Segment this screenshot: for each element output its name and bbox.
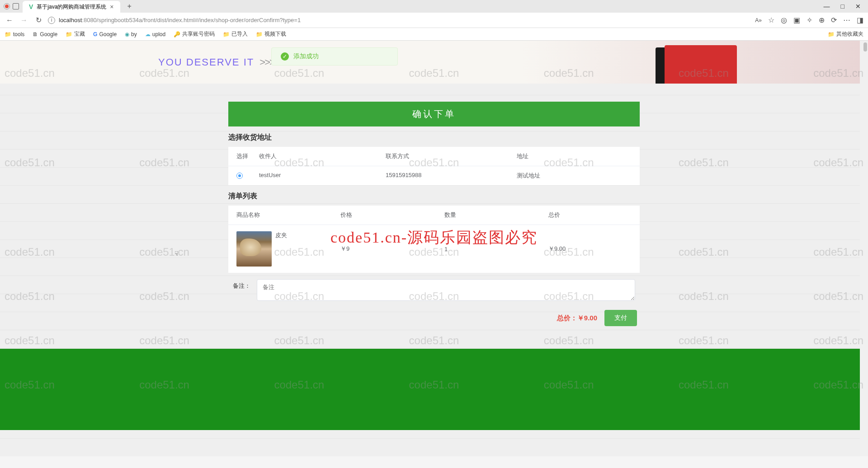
address-table-header: 选择 收件人 联系方式 地址: [228, 147, 640, 166]
remark-row: 备注：: [228, 273, 640, 301]
bookmark-imported[interactable]: 📁已导入: [223, 30, 248, 38]
sidebar-toggle-icon[interactable]: ◨: [857, 16, 863, 24]
total-label: 总价：: [557, 314, 577, 322]
toolbar-right: A» ☆ ◎ ▣ ✧ ⊕ ⟳ ⋯ ◨: [755, 16, 863, 24]
window-minimize-button[interactable]: —: [824, 3, 830, 10]
product-quantity: 1: [444, 246, 548, 253]
profile-icons: [4, 3, 19, 9]
scrollbar[interactable]: [860, 41, 868, 456]
address-recipient: testUser: [259, 172, 386, 180]
toast-message: 添加成功: [293, 52, 319, 61]
browser-tab[interactable]: V 基于java的网购商城管理系统 ×: [23, 1, 120, 13]
col-select: 选择: [236, 152, 259, 160]
remark-label: 备注：: [233, 279, 250, 290]
profile-icon[interactable]: [4, 3, 10, 9]
scroll-thumb[interactable]: [863, 42, 867, 51]
tab-close-icon[interactable]: ×: [110, 3, 113, 10]
forward-button[interactable]: →: [19, 16, 29, 24]
product-name: 皮夹: [275, 231, 287, 239]
cursor-icon: ☟: [175, 250, 179, 257]
bookmark-video[interactable]: 📁视频下载: [256, 30, 286, 38]
col-phone: 联系方式: [386, 152, 517, 160]
col-quantity: 数量: [444, 211, 548, 219]
address-section-title: 选择收货地址: [228, 126, 640, 147]
product-image[interactable]: [236, 231, 272, 267]
item-row: 皮夹 ￥9 1 ￥9.00: [228, 225, 640, 273]
bookmark-google1[interactable]: 🗎Google: [33, 31, 57, 37]
back-button[interactable]: ←: [5, 16, 14, 24]
banner-bag-image: [656, 41, 746, 84]
bookmark-share[interactable]: 🔑共享账号密码: [174, 30, 215, 38]
bookmark-tools[interactable]: 📁tools: [5, 31, 24, 37]
favorites-icon[interactable]: ✧: [807, 16, 812, 24]
success-toast: ✓ 添加成功: [271, 47, 398, 66]
window-maximize-button[interactable]: □: [841, 3, 844, 10]
banner-slogan: YOU DESERVE IT >>>: [158, 56, 274, 68]
bookmark-by[interactable]: ◉by: [125, 31, 137, 37]
menu-icon[interactable]: ⋯: [843, 16, 850, 24]
col-recipient: 收件人: [259, 152, 386, 160]
product-price: ￥9: [340, 245, 444, 253]
collections-icon[interactable]: ⊕: [819, 16, 825, 24]
items-table: 商品名称 价格 数量 总价 皮夹 ￥9 1 ￥9.00: [228, 206, 640, 273]
col-address: 地址: [517, 152, 632, 160]
extension-icon-3[interactable]: ⟳: [831, 16, 837, 24]
bookmark-treasure[interactable]: 📁宝藏: [66, 30, 85, 38]
address-value: 测试地址: [517, 172, 632, 180]
window-controls: — □ ✕: [824, 3, 864, 10]
total-value: ￥9.00: [577, 314, 597, 322]
tab-title: 基于java的网购商城管理系统: [37, 3, 106, 11]
bookmark-uplod[interactable]: ☁uplod: [145, 31, 165, 37]
total-row: 总价：￥9.00 支付: [228, 301, 640, 335]
favorite-icon[interactable]: ☆: [768, 16, 774, 24]
page-footer: [0, 349, 868, 430]
url-host: localhost: [59, 17, 82, 23]
tabs-overview-icon[interactable]: [13, 3, 19, 9]
pay-button[interactable]: 支付: [604, 310, 637, 326]
address-phone: 15915915988: [386, 172, 517, 180]
vue-favicon-icon: V: [29, 3, 33, 10]
page-title: 确认下单: [228, 102, 640, 126]
url-input[interactable]: i localhost:8080/springbootb534a/front/d…: [48, 17, 750, 24]
product-subtotal: ￥9.00: [548, 245, 632, 253]
bookmark-other[interactable]: 📁其他收藏夹: [828, 30, 863, 38]
address-radio[interactable]: [236, 173, 243, 179]
refresh-button[interactable]: ↻: [33, 16, 43, 24]
check-icon: ✓: [281, 52, 289, 61]
items-section-title: 清单列表: [228, 185, 640, 206]
extension-icon-1[interactable]: ◎: [781, 16, 787, 24]
url-path: :8080/springbootb534a/front/dist/index.h…: [82, 17, 301, 23]
new-tab-button[interactable]: +: [124, 2, 135, 10]
browser-tab-strip: V 基于java的网购商城管理系统 × + — □ ✕: [0, 0, 868, 13]
items-table-header: 商品名称 价格 数量 总价: [228, 206, 640, 225]
read-aloud-icon[interactable]: A»: [755, 17, 762, 23]
site-info-icon[interactable]: i: [48, 17, 55, 24]
bookmarks-bar: 📁tools 🗎Google 📁宝藏 GGoogle ◉by ☁uplod 🔑共…: [0, 28, 868, 41]
address-table: 选择 收件人 联系方式 地址 testUser 15915915988 测试地址: [228, 147, 640, 185]
window-close-button[interactable]: ✕: [855, 3, 861, 10]
remark-input[interactable]: [257, 279, 635, 301]
hero-banner: YOU DESERVE IT >>> ✓ 添加成功: [0, 41, 868, 84]
col-price: 价格: [340, 211, 444, 219]
address-row[interactable]: testUser 15915915988 测试地址: [228, 166, 640, 185]
col-product-name: 商品名称: [236, 211, 340, 219]
bookmark-google2[interactable]: GGoogle: [93, 31, 117, 37]
extension-icon-2[interactable]: ▣: [793, 16, 800, 24]
page-content: YOU DESERVE IT >>> ✓ 添加成功 确认下单 选择收货地址 选择…: [0, 41, 868, 456]
col-subtotal: 总价: [548, 211, 632, 219]
address-bar: ← → ↻ i localhost:8080/springbootb534a/f…: [0, 13, 868, 28]
